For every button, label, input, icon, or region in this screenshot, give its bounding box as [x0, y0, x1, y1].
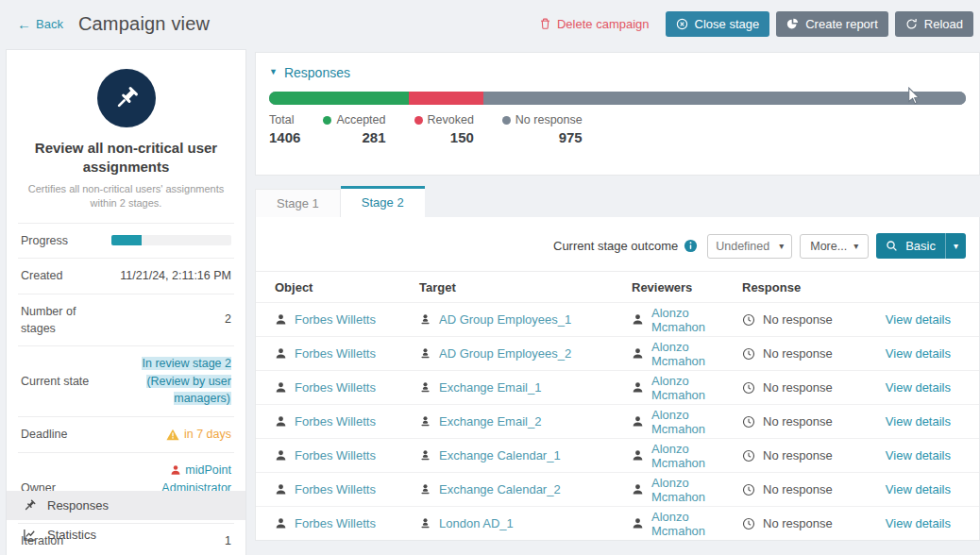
column-header-reviewers: Reviewers: [625, 280, 735, 294]
created-value: 11/21/24, 2:11:16 PM: [120, 267, 231, 285]
campaign-avatar: [97, 69, 156, 127]
target-link[interactable]: Exchange Calendar_2: [439, 482, 561, 496]
sidebar-item-responses[interactable]: Responses: [7, 491, 245, 520]
target-link[interactable]: Exchange Email_2: [439, 414, 541, 429]
object-link[interactable]: Forbes Willetts: [295, 448, 376, 462]
table-header-row: Object Target Reviewers Response: [256, 271, 979, 302]
assignments-table-body: Forbes Willetts AD Group Employees_1 Alo…: [256, 302, 979, 540]
role-icon: [419, 347, 431, 360]
view-details-link[interactable]: View details: [886, 380, 951, 395]
user-icon: [275, 483, 287, 496]
campaign-title: Review all non-critical user assignments: [7, 139, 245, 176]
view-details-link[interactable]: View details: [886, 516, 951, 530]
reviewer-link[interactable]: Alonzo Mcmahon: [651, 476, 735, 504]
campaign-summary-card: Review all non-critical user assignments…: [6, 49, 246, 555]
object-link[interactable]: Forbes Willetts: [295, 516, 376, 530]
table-row: Forbes Willetts Exchange Email_2 Alonzo …: [256, 404, 979, 438]
sidebar-item-statistics[interactable]: Statistics: [7, 520, 245, 549]
target-link[interactable]: AD Group Employees_1: [439, 312, 571, 327]
search-icon: [886, 240, 898, 252]
reviewer-link[interactable]: Alonzo Mcmahon: [651, 408, 735, 436]
stages-label: Number of stages: [21, 303, 110, 337]
tab-stage-2[interactable]: Stage 2: [341, 186, 425, 217]
view-details-link[interactable]: View details: [886, 414, 951, 429]
owner-user-icon: [170, 464, 181, 476]
clock-icon: [742, 347, 755, 361]
responses-collapse-header[interactable]: ▼ Responses: [269, 53, 966, 80]
detail-row-current-state: Current state In review stage 2 (Review …: [18, 345, 234, 416]
current-state-link[interactable]: In review stage 2 (Review by user manage…: [142, 357, 232, 406]
stages-value: 2: [225, 311, 231, 328]
detail-row-created: Created 11/21/24, 2:11:16 PM: [18, 258, 234, 294]
object-link[interactable]: Forbes Willetts: [295, 414, 376, 429]
accepted-value: 281: [323, 129, 385, 145]
create-report-label: Create report: [805, 17, 878, 31]
reload-label: Reload: [924, 17, 963, 31]
total-value: 1406: [269, 129, 300, 145]
trash-icon: [539, 17, 551, 30]
stat-accepted: Accepted 281: [323, 113, 385, 145]
create-report-button[interactable]: Create report: [776, 11, 888, 37]
view-details-link[interactable]: View details: [886, 482, 951, 496]
reviewer-link[interactable]: Alonzo Mcmahon: [651, 510, 735, 538]
revoked-dot-icon: [414, 116, 423, 125]
user-icon: [632, 415, 644, 428]
view-details-link[interactable]: View details: [886, 346, 951, 361]
statistics-menu-label: Statistics: [47, 528, 96, 542]
circle-x-icon: [676, 18, 688, 30]
close-stage-button[interactable]: Close stage: [666, 11, 770, 37]
reload-button[interactable]: Reload: [895, 11, 973, 37]
view-details-link[interactable]: View details: [886, 448, 951, 462]
close-stage-label: Close stage: [695, 17, 760, 31]
target-link[interactable]: Exchange Calendar_1: [439, 448, 561, 462]
table-row: Forbes Willetts AD Group Employees_2 Alo…: [256, 336, 979, 370]
user-icon: [275, 313, 287, 326]
page-header: ← Back Campaign view Delete campaign Clo…: [0, 0, 980, 47]
object-link[interactable]: Forbes Willetts: [295, 482, 376, 496]
response-text: No response: [763, 380, 833, 395]
clock-icon: [742, 313, 755, 327]
table-row: Forbes Willetts Exchange Email_1 Alonzo …: [256, 370, 979, 404]
revoked-value: 150: [414, 129, 474, 145]
object-link[interactable]: Forbes Willetts: [295, 312, 376, 327]
reviewer-link[interactable]: Alonzo Mcmahon: [651, 442, 735, 470]
page-title: Campaign view: [78, 13, 210, 35]
object-link[interactable]: Forbes Willetts: [295, 346, 376, 361]
no-response-value: 975: [502, 129, 583, 145]
search-mode-button[interactable]: Basic ▾: [876, 233, 966, 259]
user-icon: [632, 347, 644, 360]
deadline-value: in 7 days: [184, 426, 231, 444]
more-label: More...: [810, 240, 847, 253]
info-icon[interactable]: [684, 239, 698, 253]
role-icon: [419, 483, 431, 496]
campaign-description: Certifies all non-critical users' assign…: [7, 176, 245, 223]
outcome-select[interactable]: Undefined ▾: [707, 234, 792, 259]
stat-no-response: No response 975: [502, 113, 583, 145]
target-link[interactable]: Exchange Email_1: [439, 380, 541, 395]
user-icon: [632, 449, 644, 462]
target-link[interactable]: AD Group Employees_2: [439, 346, 571, 361]
object-link[interactable]: Forbes Willetts: [295, 380, 376, 395]
table-row: Forbes Willetts AD Group Employees_1 Alo…: [256, 302, 979, 336]
tab-stage-1[interactable]: Stage 1: [255, 189, 341, 217]
deadline-label: Deadline: [21, 426, 110, 443]
reviewer-link[interactable]: Alonzo Mcmahon: [651, 340, 735, 368]
user-icon: [632, 313, 644, 326]
delete-campaign-button[interactable]: Delete campaign: [539, 17, 650, 31]
reviewer-link[interactable]: Alonzo Mcmahon: [651, 374, 735, 402]
column-header-target: Target: [413, 280, 625, 294]
responses-stats: Total 1406 Accepted 281 Revoked 150: [269, 113, 966, 145]
view-details-link[interactable]: View details: [886, 312, 951, 327]
gavel-icon: [112, 84, 141, 112]
current-state-label: Current state: [21, 373, 110, 390]
response-text: No response: [763, 414, 833, 429]
search-mode-label: Basic: [905, 239, 936, 253]
search-mode-dropdown[interactable]: ▾: [945, 233, 966, 259]
clock-icon: [742, 517, 755, 530]
main-content: ▼ Responses Total 1406 Accepted 281: [255, 52, 980, 541]
caret-down-icon: ▾: [954, 241, 958, 251]
back-button[interactable]: ← Back: [17, 17, 63, 31]
more-options-button[interactable]: More... ▾: [800, 234, 869, 259]
reviewer-link[interactable]: Alonzo Mcmahon: [651, 306, 735, 334]
target-link[interactable]: London AD_1: [439, 516, 514, 530]
